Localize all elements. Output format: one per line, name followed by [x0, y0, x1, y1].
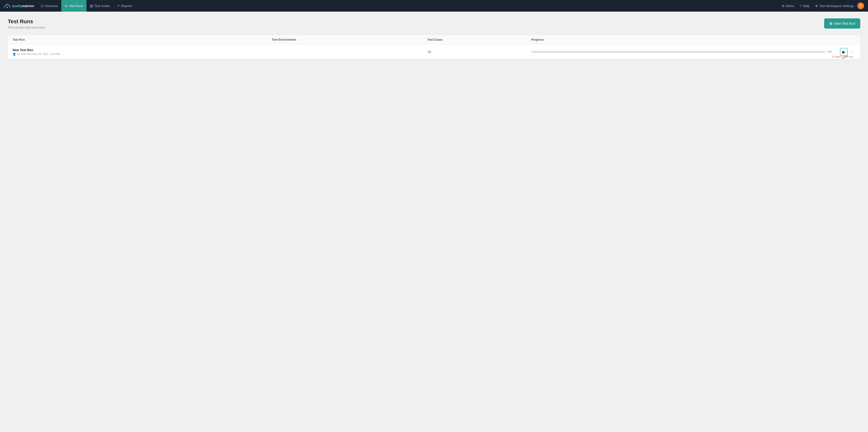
nav-item-overview[interactable]: ◷ Overview — [37, 0, 61, 11]
col-progress: Progress — [531, 38, 856, 41]
page-header: Test Runs Find all your test runs here ⊕… — [8, 19, 860, 29]
run-progress-cell: 0% ▶ ··· — [531, 48, 856, 56]
demo-icon: ⚙ — [782, 4, 785, 8]
run-name: New Test Run — [12, 48, 272, 52]
col-test-environment: Test Environment — [272, 38, 428, 41]
nav-help[interactable]: ? Help — [798, 0, 812, 11]
row-actions: ▶ ··· To open a test — [840, 48, 856, 56]
more-options-button[interactable]: ··· — [849, 49, 856, 55]
run-name-cell: New Test Run 👤 by Test Test, Nov 29, 202… — [12, 48, 272, 56]
nav-item-reports[interactable]: ↗ Reports — [113, 0, 135, 11]
reports-icon: ↗ — [117, 4, 120, 8]
play-icon: ▶ — [842, 50, 845, 54]
settings-icon: ⚙ — [815, 4, 818, 8]
table-header: Test Run Test Environment Test Cases Pro… — [8, 35, 860, 44]
plus-icon: ⊕ — [829, 21, 833, 26]
new-test-run-button[interactable]: ⊕ New Test Run — [824, 19, 860, 29]
nav-items: ◷ Overview ⊙ Test Runs ▤ Test Suites ↗ R… — [37, 0, 779, 11]
test-runs-icon: ⊙ — [65, 4, 68, 8]
user-avatar[interactable]: T — [857, 2, 864, 9]
run-meta: 👤 by Test Test, Nov 29, 2022, 2:09 PM — [12, 53, 272, 56]
nav-right: ⚙ Demo ? Help ⚙ Test Workspace Settings … — [779, 0, 864, 11]
run-test-cases-cell: 72 — [428, 50, 531, 54]
progress-bar — [531, 51, 826, 53]
nav-demo[interactable]: ⚙ Demo — [779, 0, 797, 11]
table-row: New Test Run 👤 by Test Test, Nov 29, 202… — [8, 44, 860, 59]
open-run-button[interactable]: ▶ — [840, 48, 848, 56]
main-content: Test Runs Find all your test runs here ⊕… — [0, 11, 868, 432]
nav-workspace-settings[interactable]: ⚙ Test Workspace Settings — [813, 0, 857, 11]
page-title: Test Runs — [8, 19, 45, 25]
svg-point-0 — [6, 7, 8, 8]
progress-percent: 0% — [828, 50, 835, 54]
test-suites-icon: ▤ — [90, 4, 93, 8]
nav-item-test-suites[interactable]: ▤ Test Suites — [87, 0, 113, 11]
logo[interactable]: qualitywatcher — [4, 3, 34, 8]
col-test-run: Test Run — [12, 38, 272, 41]
col-test-cases: Test Cases — [428, 38, 531, 41]
user-icon: 👤 — [12, 53, 16, 56]
help-icon: ? — [800, 4, 802, 8]
navbar: qualitywatcher ◷ Overview ⊙ Test Runs ▤ … — [0, 0, 868, 11]
test-runs-table: Test Run Test Environment Test Cases Pro… — [8, 35, 860, 59]
overview-icon: ◷ — [40, 4, 43, 8]
page-subtitle: Find all your test runs here — [8, 26, 45, 29]
nav-item-test-runs[interactable]: ⊙ Test Runs — [61, 0, 87, 11]
